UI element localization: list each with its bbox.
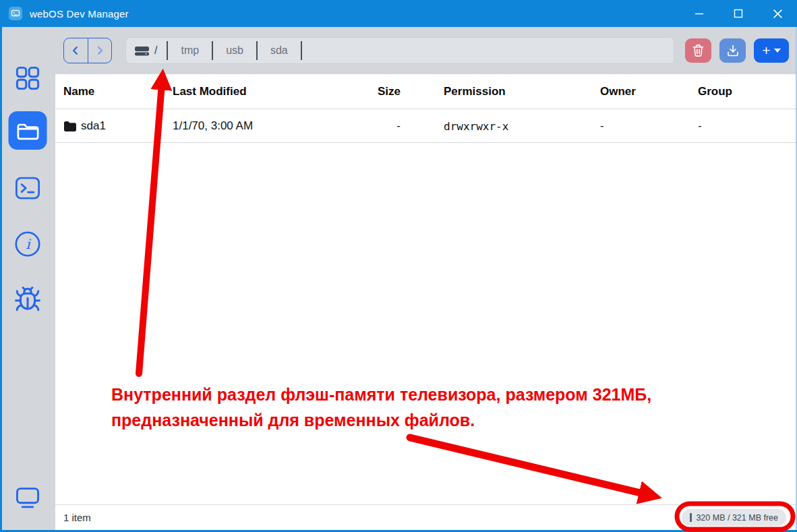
column-header-group: Group	[698, 85, 732, 98]
column-header-modified: Last Modified	[173, 85, 247, 98]
forward-button[interactable]	[88, 38, 112, 63]
folder-icon	[63, 121, 76, 131]
close-button[interactable]	[758, 0, 797, 27]
cell-size: -	[338, 119, 401, 133]
storage-label: 320 MB / 321 MB free	[696, 513, 778, 523]
minimize-icon	[695, 9, 704, 18]
cell-owner: -	[600, 119, 604, 133]
webos-dev-manager-window: webOS Dev Manager	[0, 0, 797, 532]
breadcrumb-separator	[301, 41, 302, 60]
drive-icon	[134, 45, 150, 57]
breadcrumb-segment-usb[interactable]: usb	[213, 45, 256, 57]
svg-text:i: i	[26, 236, 31, 252]
chevron-left-icon	[70, 45, 81, 56]
sidebar-item-files[interactable]	[9, 111, 47, 150]
column-header-owner: Owner	[600, 85, 636, 98]
folder-icon	[16, 120, 40, 142]
breadcrumb-root-label: /	[154, 45, 157, 57]
terminal-icon	[14, 175, 41, 201]
maximize-icon	[734, 9, 743, 18]
tv-icon	[14, 485, 41, 510]
column-header-size: Size	[338, 85, 401, 98]
cell-name: sda1	[81, 119, 106, 133]
table-header: Name Last Modified Size Permission Owner…	[55, 74, 797, 109]
download-icon	[726, 44, 740, 57]
add-button[interactable]: +	[754, 38, 789, 63]
window-border	[0, 27, 2, 532]
sidebar-item-debug[interactable]	[13, 285, 42, 314]
navigation-buttons	[63, 38, 112, 63]
items-count: 1 item	[63, 512, 91, 523]
sidebar: i	[0, 27, 55, 532]
toolbar: / tmp usb sda	[55, 27, 797, 74]
info-icon: i	[14, 231, 41, 258]
sidebar-item-info[interactable]: i	[14, 231, 41, 258]
grid-icon	[15, 65, 40, 91]
storage-usage-bar	[690, 513, 692, 522]
minimize-button[interactable]	[680, 0, 719, 27]
close-icon	[773, 9, 783, 19]
back-button[interactable]	[64, 38, 88, 63]
storage-indicator: 320 MB / 321 MB free	[682, 509, 786, 526]
cell-group: -	[698, 119, 702, 133]
caret-down-icon	[774, 49, 781, 53]
app-logo-icon	[9, 7, 22, 20]
maximize-button[interactable]	[719, 0, 758, 27]
plus-icon: +	[762, 43, 770, 57]
breadcrumb: / tmp usb sda	[125, 37, 674, 64]
window-controls	[680, 0, 797, 27]
column-header-permission: Permission	[444, 85, 506, 98]
delete-button[interactable]	[685, 38, 711, 63]
window-title: webOS Dev Manager	[30, 8, 129, 20]
table-row[interactable]: sda1 1/1/70, 3:00 AM - drwxrwxr-x - -	[55, 109, 797, 143]
statusbar: 1 item 320 MB / 321 MB free	[55, 504, 796, 530]
bug-icon	[13, 285, 42, 314]
breadcrumb-root[interactable]: /	[134, 45, 157, 57]
cell-modified: 1/1/70, 3:00 AM	[173, 119, 253, 133]
file-table: Name Last Modified Size Permission Owner…	[55, 74, 797, 504]
trash-icon	[692, 44, 705, 57]
cell-permission: drwxrwxr-x	[444, 119, 508, 132]
sidebar-item-device[interactable]	[14, 485, 41, 510]
breadcrumb-segment-tmp[interactable]: tmp	[168, 45, 212, 57]
titlebar: webOS Dev Manager	[0, 0, 797, 27]
chevron-right-icon	[94, 45, 105, 56]
toolbar-actions: +	[685, 38, 789, 63]
download-button[interactable]	[719, 38, 746, 63]
column-header-name: Name	[63, 85, 94, 98]
sidebar-item-apps[interactable]	[15, 65, 40, 91]
breadcrumb-segment-sda[interactable]: sda	[258, 45, 301, 57]
sidebar-item-terminal[interactable]	[14, 175, 41, 201]
